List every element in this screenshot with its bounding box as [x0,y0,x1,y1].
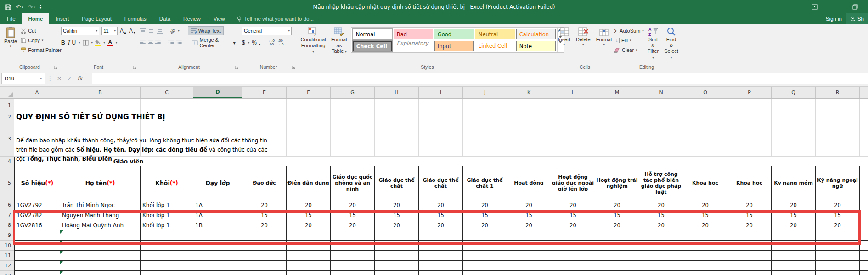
cell-P3[interactable] [727,121,772,157]
cell-Q11[interactable] [772,251,816,261]
cell-A13[interactable] [14,271,60,275]
header-cell-E5[interactable]: Đạo đức [242,166,287,200]
cell-L11[interactable] [551,251,595,261]
header-cell-clipped[interactable] [860,166,868,200]
header-cell-C5[interactable]: Khối (*) [141,166,193,200]
insert-function-button[interactable]: fx [77,75,82,82]
row-header-8[interactable]: 8 [0,220,14,230]
header-cell-B5[interactable]: Họ tên (*) [60,166,141,200]
cell-D2[interactable] [193,112,242,121]
column-header-E[interactable]: E [242,87,287,98]
style-tile-note[interactable]: Note [516,41,556,51]
cell-C6[interactable]: Khối lớp 1 [141,200,193,210]
number-format-select[interactable]: General▾ [242,27,292,35]
cell-J12[interactable] [463,261,507,271]
copy-button[interactable]: Copy▾ [21,36,62,45]
cell-O13[interactable] [683,271,727,275]
cell-E6[interactable]: 20 [242,200,287,210]
cell-E11[interactable] [242,251,287,261]
paste-button[interactable]: Paste▾ [2,26,19,63]
cell-F3[interactable] [287,121,331,157]
cell-L12[interactable] [551,261,595,271]
italic-button[interactable]: I [68,39,70,46]
column-header-R[interactable]: R [816,87,860,98]
fill-color-button[interactable] [95,40,101,46]
redo-button[interactable]: ↷▾ [28,4,35,10]
cell-R13[interactable] [816,271,860,275]
cell-clip1[interactable] [860,99,868,112]
orientation-button[interactable]: ab [169,27,176,34]
cell-clip8[interactable] [860,220,868,230]
cell-H1[interactable] [375,99,419,112]
cell-K12[interactable] [507,261,551,271]
format-as-table-button[interactable]: Format as Table ▾ [329,26,349,63]
select-all-corner[interactable] [0,87,14,98]
cell-F6[interactable]: 20 [287,200,331,210]
cell-F1[interactable] [287,99,331,112]
header-cell-R5[interactable]: Kỹ năng ngoại ngữ [816,166,860,200]
cell-D13[interactable] [193,271,242,275]
cell-J2[interactable] [463,112,507,121]
row-header-7[interactable]: 7 [0,210,14,220]
clipboard-dialog-launcher[interactable] [54,66,57,69]
cell-Q6[interactable]: 20 [772,200,816,210]
cell-clip12[interactable] [860,261,868,271]
cell-R12[interactable] [816,261,860,271]
column-header-B[interactable]: B [60,87,141,98]
row-header-5[interactable]: 5 [0,166,14,200]
enter-icon[interactable]: ✓ [67,75,72,82]
cell-C12[interactable] [141,261,193,271]
cell-N11[interactable] [639,251,683,261]
cell-E1[interactable] [242,99,287,112]
header-cell-D5[interactable]: Dạy lớp [193,166,242,200]
font-name-select[interactable]: Calibri▾ [61,27,99,35]
cell-P12[interactable] [727,261,772,271]
header-cell-H5[interactable]: Giáo dục thể chất [375,166,419,200]
cell-F13[interactable] [287,271,331,275]
cell-H12[interactable] [375,261,419,271]
row-header-6[interactable]: 6 [0,200,14,210]
cell-O11[interactable] [683,251,727,261]
cell-clip6[interactable] [860,200,868,210]
column-header-J[interactable]: J [463,87,507,98]
font-dialog-launcher[interactable] [133,66,136,69]
cell-G1[interactable] [331,99,375,112]
cell-K6[interactable]: 20 [507,200,551,210]
cell-N6[interactable]: 20 [639,200,683,210]
increase-decimal-button[interactable]: ←.0.00 [268,39,275,46]
cell-B1[interactable] [60,99,141,112]
customize-qat-button[interactable]: ▾ [40,5,42,9]
cell-Q13[interactable] [772,271,816,275]
cell-O2[interactable] [683,112,727,121]
cell-P2[interactable] [727,112,772,121]
ribbon-display-options-button[interactable] [811,3,819,11]
cell-H6[interactable]: 20 [375,200,419,210]
cell-G6[interactable]: 20 [331,200,375,210]
cell-C13[interactable] [141,271,193,275]
row-header-12[interactable]: 12 [0,261,14,271]
tab-file[interactable]: File [0,13,22,24]
cell-B13[interactable] [60,271,141,275]
tab-insert[interactable]: Insert [49,13,75,24]
wrap-text-button[interactable]: Wrap Text [188,26,224,35]
cell-G3[interactable] [331,121,375,157]
cancel-icon[interactable]: ✕ [57,75,62,82]
cell-H11[interactable] [375,251,419,261]
sort-filter-button[interactable]: AZ Sort & Filter ▾ [646,26,660,63]
cell-J1[interactable] [463,99,507,112]
style-tile-good[interactable]: Good [434,29,474,39]
cell-clip3[interactable] [860,121,868,157]
cell-I2[interactable] [419,112,463,121]
fill-button[interactable]: ↓ Fill▾ [614,36,644,45]
conditional-formatting-button[interactable]: ≠ Conditional Formatting ▾ [299,26,327,63]
cell-I6[interactable]: 20 [419,200,463,210]
cell-D6[interactable]: 1A [193,200,242,210]
cell-P6[interactable]: 20 [727,200,772,210]
cell-L3[interactable] [551,121,595,157]
header-cell-L5[interactable]: Hoạt động giáo dục ngoài giờ lên lớp [551,166,595,200]
cell-L1[interactable] [551,99,595,112]
comma-button[interactable]: , [259,39,260,46]
cell-A6[interactable]: 1GV2792 [14,200,60,210]
style-tile-normal[interactable]: Normal [353,29,392,39]
format-cells-button[interactable]: Format▾ [594,26,614,63]
